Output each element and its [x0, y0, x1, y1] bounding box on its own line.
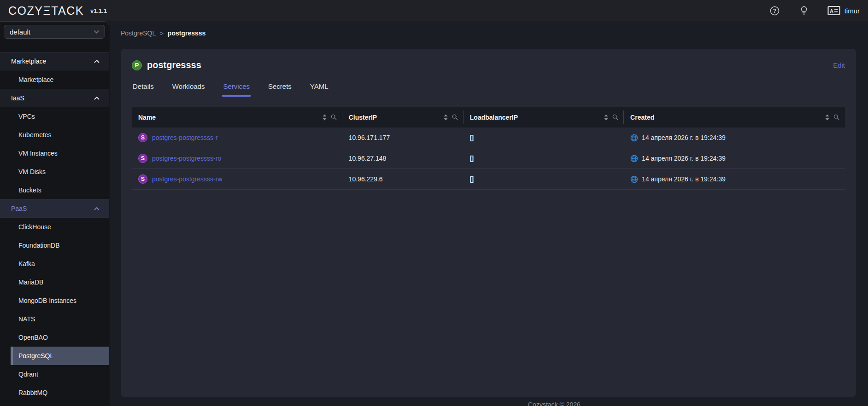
sidebar-item-kubernetes[interactable]: Kubernetes — [0, 126, 109, 144]
tab-secrets[interactable]: Secrets — [267, 82, 293, 97]
tab-services[interactable]: Services — [222, 82, 251, 97]
sidebar-item-vm-instances[interactable]: VM Instances — [0, 144, 109, 162]
globe-icon — [630, 134, 638, 142]
namespace-select[interactable]: default — [4, 25, 105, 39]
column-header-created[interactable]: Created — [624, 107, 845, 128]
sidebar-item-qdrant[interactable]: Qdrant — [0, 365, 109, 383]
lightbulb-icon[interactable] — [800, 6, 808, 16]
sort-icon[interactable] — [604, 114, 608, 121]
service-name-link[interactable]: postgres-postgressss-rw — [152, 175, 223, 183]
sidebar-item-label: PostgreSQL — [18, 352, 53, 360]
sidebar-item-label: OpenBAO — [18, 334, 48, 341]
sidebar-item-label: NATS — [18, 315, 35, 323]
sort-icon[interactable] — [825, 114, 829, 121]
column-header-name[interactable]: Name — [132, 107, 342, 128]
sidebar-item-label: Buckets — [18, 186, 41, 194]
service-badge-icon: S — [138, 174, 147, 184]
service-name-link[interactable]: postgres-postgressss-ro — [152, 155, 221, 162]
search-icon[interactable] — [331, 114, 337, 120]
breadcrumb-current: postgressss — [168, 29, 205, 37]
sidebar-item-label: Qdrant — [18, 371, 38, 378]
search-icon[interactable] — [833, 114, 839, 120]
id-card-icon[interactable]: A — [827, 6, 840, 16]
created-value: 14 апреля 2026 г. в 19:24:39 — [642, 155, 726, 162]
globe-icon — [630, 175, 638, 183]
sidebar-item-mariadb[interactable]: MariaDB — [0, 273, 109, 291]
sidebar-item-label: RabbitMQ — [18, 389, 47, 396]
sidebar-item-label: VM Instances — [18, 150, 58, 157]
sidebar-item-nats[interactable]: NATS — [0, 310, 109, 328]
loadbalancer-ip-value: [] — [470, 155, 473, 162]
created-value: 14 апреля 2026 г. в 19:24:39 — [642, 175, 726, 183]
table-row: S postgres-postgressss-r 10.96.171.177 [… — [132, 128, 845, 148]
main-content: PostgreSQL > postgressss P postgressss E… — [110, 21, 868, 406]
service-name-link[interactable]: postgres-postgressss-r — [152, 134, 217, 141]
sidebar-item-clickhouse[interactable]: ClickHouse — [0, 218, 109, 236]
sidebar-item-marketplace[interactable]: Marketplace — [0, 70, 109, 89]
sidebar-item-buckets[interactable]: Buckets — [0, 181, 109, 199]
tab-yaml[interactable]: YAML — [309, 82, 329, 97]
sidebar-nav: Marketplace Marketplace IaaS VPCs Kubern… — [0, 52, 109, 402]
sidebar-item-label: Kubernetes — [18, 131, 52, 139]
column-header-loadbalancerip[interactable]: LoadbalancerIP — [463, 107, 624, 128]
table-row: S postgres-postgressss-ro 10.96.27.148 [… — [132, 148, 845, 169]
sidebar-section-header-marketplace[interactable]: Marketplace — [0, 52, 109, 70]
sidebar-item-label: MariaDB — [18, 278, 43, 286]
breadcrumb-separator: > — [160, 30, 164, 37]
sidebar-item-foundationdb[interactable]: FoundationDB — [0, 236, 109, 255]
sidebar-item-mongodb-instances[interactable]: MongoDB Instances — [0, 291, 109, 310]
sidebar-item-vpcs[interactable]: VPCs — [0, 107, 109, 126]
topbar-actions: ? A timur — [770, 6, 860, 16]
app-logo: COZYΞTACK — [8, 4, 84, 17]
footer-copyright: Cozystack © 2026 — [528, 401, 581, 406]
sidebar-section-header-iaas[interactable]: IaaS — [0, 89, 109, 107]
postgresql-badge-icon: P — [132, 60, 142, 70]
loadbalancer-ip-value: [] — [470, 134, 473, 141]
sidebar-item-label: VPCs — [18, 113, 35, 120]
chevron-up-icon — [94, 97, 100, 100]
tab-workloads[interactable]: Workloads — [171, 82, 206, 97]
cluster-ip-value: 10.96.171.177 — [349, 134, 390, 141]
service-badge-icon: S — [138, 154, 147, 163]
namespace-select-value: default — [10, 28, 30, 36]
sidebar-item-label: ClickHouse — [18, 223, 51, 231]
breadcrumb: PostgreSQL > postgressss — [110, 21, 868, 37]
sidebar-section-header-paas[interactable]: PaaS — [0, 199, 109, 218]
sidebar-item-label: FoundationDB — [18, 242, 60, 249]
svg-text:A: A — [830, 8, 833, 14]
table-row: S postgres-postgressss-rw 10.96.229.6 []… — [132, 169, 845, 190]
top-bar: COZYΞTACK v1.1.1 ? A timur — [0, 0, 868, 21]
table-header-row: Name ClusterIP — [132, 107, 845, 128]
search-icon[interactable] — [612, 114, 618, 120]
tab-details[interactable]: Details — [132, 82, 155, 97]
sidebar-item-kafka[interactable]: Kafka — [0, 255, 109, 273]
search-icon[interactable] — [452, 114, 458, 120]
sidebar-item-postgresql[interactable]: PostgreSQL — [11, 347, 109, 365]
svg-text:?: ? — [773, 8, 776, 14]
resource-detail-card: P postgressss Edit DetailsWorkloadsServi… — [121, 49, 856, 397]
username[interactable]: timur — [845, 7, 860, 15]
edit-button[interactable]: Edit — [833, 61, 845, 69]
card-header: P postgressss Edit — [132, 60, 845, 70]
cluster-ip-value: 10.96.229.6 — [349, 175, 383, 183]
sidebar-item-openbao[interactable]: OpenBAO — [0, 328, 109, 347]
sidebar-item-label: Kafka — [18, 260, 35, 267]
detail-tabs: DetailsWorkloadsServicesSecretsYAML — [132, 82, 845, 97]
breadcrumb-parent[interactable]: PostgreSQL — [121, 29, 156, 37]
created-value: 14 апреля 2026 г. в 19:24:39 — [642, 134, 726, 141]
cluster-ip-value: 10.96.27.148 — [349, 155, 387, 162]
sidebar-item-label: Marketplace — [18, 76, 53, 83]
page-title: postgressss — [147, 60, 201, 70]
sidebar: default Marketplace Marketplace IaaS VPC… — [0, 21, 109, 406]
chevron-down-icon — [94, 30, 100, 34]
help-icon[interactable]: ? — [770, 6, 780, 16]
column-header-clusterip[interactable]: ClusterIP — [342, 107, 463, 128]
sidebar-item-vm-disks[interactable]: VM Disks — [0, 162, 109, 181]
sidebar-item-label: MongoDB Instances — [18, 297, 76, 304]
sort-icon[interactable] — [323, 114, 327, 121]
services-table: Name ClusterIP — [132, 107, 845, 190]
service-badge-icon: S — [138, 133, 147, 142]
sort-icon[interactable] — [444, 114, 448, 121]
sidebar-item-rabbitmq[interactable]: RabbitMQ — [0, 383, 109, 402]
table-body: S postgres-postgressss-r 10.96.171.177 [… — [132, 128, 845, 190]
